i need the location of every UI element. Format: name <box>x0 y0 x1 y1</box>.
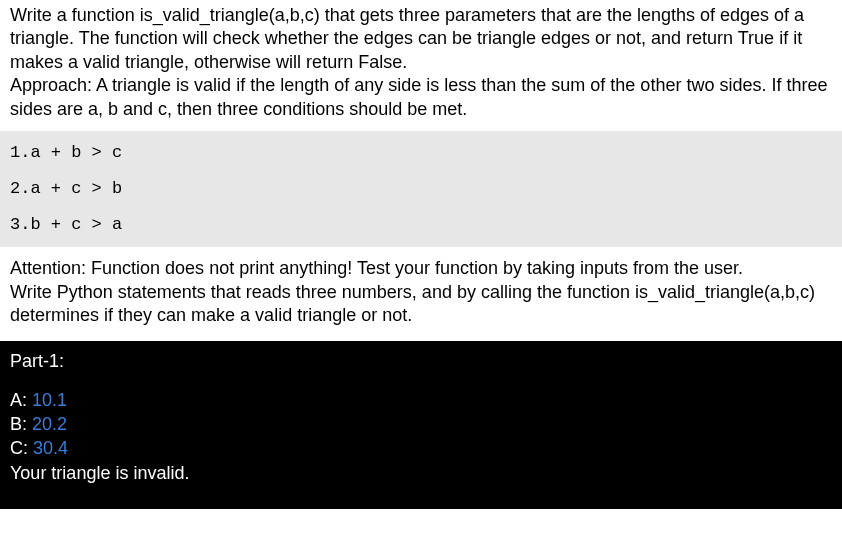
terminal-part-label: Part-1: <box>10 349 832 373</box>
attention-line: determines if they can make a valid tria… <box>10 304 832 327</box>
value-c: 30.4 <box>33 438 68 458</box>
value-b: 20.2 <box>32 414 67 434</box>
problem-line: triangle. The function will check whethe… <box>10 27 832 50</box>
terminal-row-a: A: 10.1 <box>10 388 832 412</box>
problem-line: Write a function is_valid_triangle(a,b,c… <box>10 4 832 27</box>
terminal-row-b: B: 20.2 <box>10 412 832 436</box>
terminal-row-c: C: 30.4 <box>10 436 832 460</box>
prompt-c: C: <box>10 438 33 458</box>
prompt-a: A: <box>10 390 32 410</box>
problem-line: sides are a, b and c, then three conditi… <box>10 98 832 121</box>
prompt-b: B: <box>10 414 32 434</box>
terminal-output: Part-1: A: 10.1 B: 20.2 C: 30.4 Your tri… <box>0 341 842 508</box>
condition-line: 3.b + c > a <box>10 207 832 243</box>
problem-line: Approach: A triangle is valid if the len… <box>10 74 832 97</box>
terminal-result: Your triangle is invalid. <box>10 461 832 485</box>
condition-line: 2.a + c > b <box>10 171 832 207</box>
attention-line: Write Python statements that reads three… <box>10 281 832 304</box>
value-a: 10.1 <box>32 390 67 410</box>
attention-line: Attention: Function does not print anyth… <box>10 257 832 280</box>
problem-statement: Write a function is_valid_triangle(a,b,c… <box>0 0 842 127</box>
attention-block: Attention: Function does not print anyth… <box>0 247 842 341</box>
problem-line: makes a valid triangle, otherwise will r… <box>10 51 832 74</box>
condition-line: 1.a + b > c <box>10 135 832 171</box>
conditions-code-block: 1.a + b > c 2.a + c > b 3.b + c > a <box>0 131 842 247</box>
